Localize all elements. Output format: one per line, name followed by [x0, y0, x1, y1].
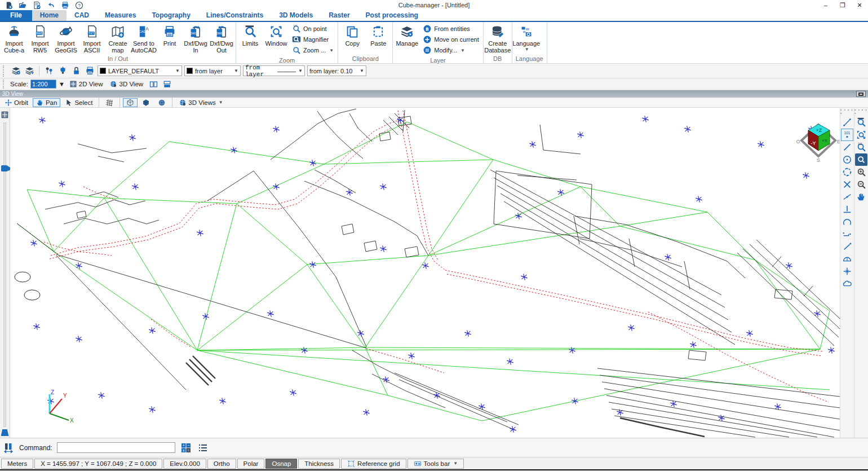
magnifier-button[interactable]: Magnifier — [290, 34, 335, 45]
modify--button[interactable]: Modify...▼ — [421, 45, 480, 55]
command-columns-icon[interactable] — [2, 442, 15, 454]
survey-point[interactable] — [422, 262, 430, 269]
on-point-button[interactable]: 101On point — [290, 24, 335, 34]
layer-states-icon[interactable] — [10, 65, 21, 77]
tab-3d-models[interactable]: 3D Models — [271, 10, 321, 21]
circle-points-tool[interactable] — [841, 166, 853, 178]
survey-point[interactable] — [746, 329, 754, 337]
restore-button[interactable]: ❐ — [834, 0, 851, 10]
print-icon[interactable] — [61, 1, 69, 10]
survey-point[interactable] — [664, 253, 672, 261]
minimize-button[interactable]: – — [817, 0, 834, 10]
elevation-slider-track[interactable] — [3, 122, 6, 427]
save-file-icon[interactable] — [33, 1, 41, 10]
tab-cad[interactable]: CAD — [67, 10, 97, 21]
dxf-dwg-in-button[interactable]: DWGDxf/Dwg In — [183, 23, 209, 55]
zoom-window-button[interactable] — [855, 129, 867, 141]
survey-point[interactable] — [75, 262, 83, 269]
survey-point[interactable] — [557, 188, 565, 196]
survey-point[interactable] — [464, 329, 472, 337]
tab-topography[interactable]: Topography — [144, 10, 198, 21]
polar-toggle[interactable]: Polar — [237, 459, 265, 469]
line-tool[interactable] — [841, 141, 853, 153]
survey-point[interactable] — [689, 341, 698, 348]
create-map-button[interactable]: Create map — [105, 23, 131, 55]
survey-point[interactable] — [38, 116, 47, 124]
survey-point[interactable] — [47, 397, 55, 404]
layer-print-icon[interactable] — [84, 65, 95, 77]
point-101-tool[interactable]: 101 — [841, 129, 853, 141]
layer-visibility-icon[interactable] — [57, 65, 68, 77]
import-geogis-button[interactable]: Import GeoGIS — [53, 23, 79, 55]
circle-center-tool[interactable] — [841, 153, 853, 166]
thickness-toggle[interactable]: Thickness — [298, 459, 340, 469]
perpendicular-tool[interactable] — [841, 203, 853, 215]
cross-tool[interactable] — [841, 178, 853, 191]
survey-point[interactable] — [827, 346, 836, 354]
divide-tool[interactable] — [841, 191, 853, 203]
caret-down-icon[interactable]: ▼ — [59, 81, 65, 87]
ortho-toggle[interactable]: Ortho — [207, 459, 236, 469]
survey-point[interactable] — [506, 358, 515, 365]
language-button[interactable]: Language▼ — [513, 23, 539, 55]
select-button[interactable]: Select — [61, 98, 96, 107]
3d-view-button[interactable]: 3D View — [107, 80, 145, 89]
copy-button[interactable]: Copy — [339, 23, 365, 55]
scale-input[interactable] — [30, 80, 56, 89]
limits-button[interactable]: Limits — [237, 23, 263, 56]
toolbar-grip[interactable]: • • • • • — [840, 108, 854, 115]
protractor-tool[interactable] — [841, 253, 853, 265]
split-horizontal-icon[interactable] — [161, 78, 172, 90]
create-database-button[interactable]: Create Database — [485, 23, 511, 55]
tab-lines-constraints[interactable]: Lines/Constraints — [198, 10, 271, 21]
zoom-point-button[interactable]: 101 — [855, 141, 867, 153]
move-on-current-button[interactable]: Move on current — [421, 34, 480, 45]
survey-point[interactable] — [33, 323, 41, 330]
toolbar-grip[interactable] — [3, 65, 6, 77]
offset-tool[interactable] — [841, 228, 853, 240]
angle-line-tool[interactable] — [841, 240, 853, 253]
osnap-toggle[interactable]: Osnap — [265, 459, 297, 469]
survey-point[interactable] — [357, 329, 365, 337]
slider-bottom-stop[interactable] — [1, 429, 9, 436]
paste-button[interactable]: Paste — [365, 23, 391, 55]
manage-button[interactable]: Manage — [394, 23, 420, 56]
survey-point[interactable] — [568, 346, 577, 354]
navigation-cube[interactable]: +Z-Y+XOES — [796, 124, 840, 163]
survey-point[interactable] — [627, 324, 636, 331]
magnifier-button[interactable] — [855, 153, 867, 166]
survey-point[interactable] — [196, 229, 205, 236]
window-button[interactable]: Window — [263, 23, 289, 56]
survey-point[interactable] — [98, 391, 106, 399]
calculator-icon[interactable]: +−x= — [180, 442, 192, 454]
undo-icon[interactable] — [47, 1, 55, 10]
survey-point[interactable] — [272, 183, 281, 190]
hidden-line-button[interactable] — [139, 98, 153, 107]
zoom--button[interactable]: Zoom ...▼ — [290, 45, 335, 55]
survey-point[interactable] — [219, 397, 227, 404]
survey-point[interactable] — [684, 125, 692, 133]
color-select[interactable]: from layer▼ — [184, 65, 241, 76]
new-file-icon[interactable] — [5, 1, 13, 10]
cad-drawing[interactable]: +Z-Y+XOESZYX — [10, 108, 840, 438]
survey-point[interactable] — [346, 188, 354, 196]
import-cube-a-button[interactable]: Import Cube-a — [1, 23, 27, 55]
survey-point[interactable] — [131, 183, 140, 190]
survey-point[interactable] — [529, 140, 537, 148]
tab-home[interactable]: Home — [32, 10, 67, 21]
survey-point[interactable] — [577, 131, 585, 138]
layer-select[interactable]: LAYER_DEFAULT▼ — [98, 65, 182, 76]
tab-post-processing[interactable]: Post processing — [358, 10, 426, 21]
polyline-tool[interactable] — [841, 116, 853, 129]
tab-raster[interactable]: Raster — [321, 10, 357, 21]
layer-options-icon[interactable] — [24, 65, 35, 77]
survey-point[interactable] — [802, 171, 811, 179]
survey-point[interactable] — [695, 195, 703, 203]
survey-point[interactable] — [379, 245, 388, 252]
survey-point[interactable] — [148, 406, 157, 413]
lineweight-select[interactable]: from layer: 0.10▼ — [307, 65, 366, 76]
survey-point[interactable] — [75, 335, 83, 342]
close-button[interactable]: ✕ — [851, 0, 868, 10]
tab-file[interactable]: File — [0, 10, 32, 21]
shaded-button[interactable] — [154, 98, 169, 107]
